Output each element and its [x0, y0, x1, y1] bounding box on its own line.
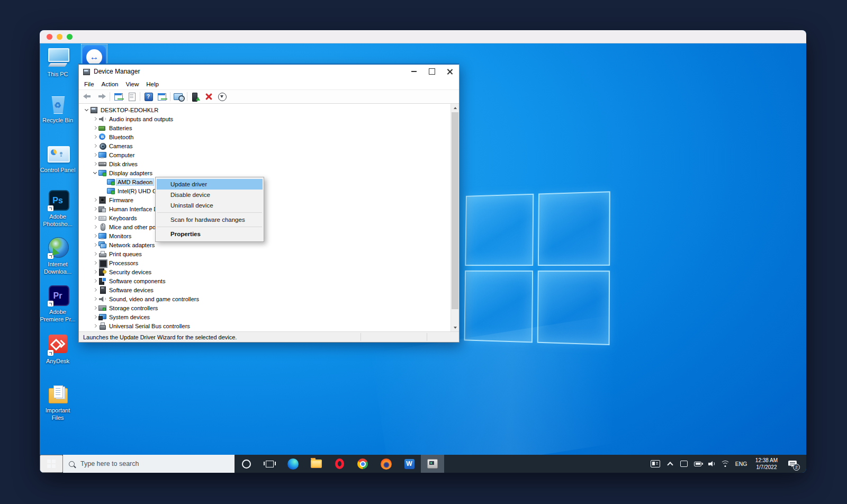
tree-expander-collapsed-icon[interactable] [92, 132, 98, 141]
tree-expander-collapsed-icon[interactable] [92, 267, 98, 276]
tree-item-universal-serial-bus-controllers[interactable]: Universal Serial Bus controllers [79, 321, 450, 330]
taskbar-app-edge[interactable] [281, 455, 304, 473]
desktop-icon-control-panel[interactable]: Control Panel [41, 142, 75, 174]
toolbar-show-console-tree-button[interactable] [112, 91, 125, 103]
volume-button[interactable] [705, 455, 718, 473]
traffic-light-minimize[interactable] [57, 34, 62, 40]
desktop-icon-this-pc[interactable]: This PC [41, 47, 75, 78]
toolbar-properties-button[interactable] [125, 91, 138, 103]
scroll-up-icon[interactable] [451, 104, 459, 112]
tree-item-print-queues[interactable]: Print queues [79, 249, 450, 258]
tree-expander-collapsed-icon[interactable] [92, 249, 98, 258]
tree-item-batteries[interactable]: Batteries [79, 123, 450, 132]
show-hidden-icons-button[interactable] [663, 455, 677, 473]
tree-item-human-interface-devices[interactable]: Human Interface Devices [79, 204, 450, 213]
tree-expander-collapsed-icon[interactable] [92, 312, 98, 321]
tree-item-sound-video-and-game-controllers[interactable]: Sound, video and game controllers [79, 294, 450, 303]
tree-item-storage-controllers[interactable]: Storage controllers [79, 303, 450, 312]
tree-expander-collapsed-icon[interactable] [92, 114, 98, 123]
context-menu-item-disable-device[interactable]: Disable device [157, 190, 263, 200]
taskbar-app-firefox[interactable] [374, 455, 398, 473]
clock[interactable]: 12:38 AM 1/7/2022 [750, 455, 783, 473]
toolbar-uninstall-button[interactable] [202, 91, 215, 103]
menu-view[interactable]: View [122, 80, 143, 88]
tree-item-network-adapters[interactable]: Network adapters [79, 240, 450, 249]
taskbar-app-chrome[interactable] [351, 455, 374, 473]
tree-item-firmware[interactable]: Firmware [79, 195, 450, 204]
tree-item-desktop-edohklr[interactable]: DESKTOP-EDOHKLR [79, 105, 450, 114]
tree-expander-collapsed-icon[interactable] [92, 321, 98, 330]
menu-action[interactable]: Action [98, 80, 122, 88]
tree-item-monitors[interactable]: Monitors [79, 231, 450, 240]
search-input[interactable] [79, 460, 229, 468]
tree-item-mice-and-other-pointing-devices[interactable]: Mice and other pointing devices [79, 222, 450, 231]
taskbar-app-cortana[interactable] [235, 455, 258, 473]
toolbar-forward-button[interactable] [95, 91, 108, 103]
network-button[interactable] [718, 455, 732, 473]
tree-item-bluetooth[interactable]: BBluetooth [79, 132, 450, 141]
tree-expander-collapsed-icon[interactable] [92, 303, 98, 312]
tree-expander-collapsed-icon[interactable] [92, 141, 98, 150]
taskbar-app-opera[interactable] [328, 455, 351, 473]
tree-expander-collapsed-icon[interactable] [92, 258, 98, 267]
tree-expander-collapsed-icon[interactable] [92, 285, 98, 294]
tree-item-system-devices[interactable]: System devices [79, 312, 450, 321]
tree-expander-collapsed-icon[interactable] [92, 294, 98, 303]
tree-expander-collapsed-icon[interactable] [92, 195, 98, 204]
traffic-light-maximize[interactable] [67, 34, 73, 40]
desktop-icon-adobe-photoshop[interactable]: PsAdobePhotosho... [41, 189, 75, 228]
tree-item-intel-r-uhd-graphics[interactable]: Intel(R) UHD Graphics [79, 186, 450, 195]
traffic-light-close[interactable] [47, 34, 52, 40]
desktop-icon-important-files[interactable]: ImportantFiles [41, 383, 75, 422]
language-indicator[interactable]: ENG [732, 455, 750, 473]
tree-item-amd-radeon[interactable]: AMD Radeon [79, 177, 450, 186]
tree-item-cameras[interactable]: Cameras [79, 141, 450, 150]
tree-expander-collapsed-icon[interactable] [92, 204, 98, 213]
taskbar-app-word[interactable]: W [398, 455, 421, 473]
context-menu-item-properties[interactable]: Properties [157, 229, 263, 239]
tree-expander-expanded-icon[interactable] [92, 168, 98, 177]
window-title-bar[interactable]: Device Manager [79, 65, 459, 78]
context-menu-item-uninstall-device[interactable]: Uninstall device [157, 200, 263, 211]
toolbar-action-pane-button[interactable] [155, 91, 168, 103]
taskbar-app-task-view[interactable] [258, 455, 281, 473]
battery-button[interactable] [691, 455, 705, 473]
menu-help[interactable]: Help [142, 80, 163, 88]
maximize-button[interactable] [423, 65, 441, 78]
context-menu-item-update-driver[interactable]: Update driver [157, 179, 263, 190]
toolbar-disable-button[interactable] [215, 91, 229, 103]
tray-display-button[interactable] [677, 455, 691, 473]
desktop-icon-adobe-premiere[interactable]: PrAdobePremiere Pr... [41, 284, 75, 323]
start-button[interactable] [40, 455, 63, 473]
taskbar-app-file-explorer[interactable] [304, 455, 328, 473]
toolbar-help-button[interactable]: ? [142, 91, 155, 103]
desktop-icon-anydesk[interactable]: AnyDesk [41, 334, 75, 365]
tree-expander-collapsed-icon[interactable] [92, 222, 98, 231]
toolbar-scan-hardware-button[interactable] [172, 91, 185, 103]
tree-expander-collapsed-icon[interactable] [92, 213, 98, 222]
tree-item-processors[interactable]: Processors [79, 258, 450, 267]
toolbar-back-button[interactable] [82, 91, 95, 103]
tree-expander-collapsed-icon[interactable] [92, 240, 98, 249]
desktop-icon-internet-download-manager[interactable]: InternetDownloa... [41, 237, 75, 276]
tree-expander-collapsed-icon[interactable] [92, 276, 98, 285]
taskbar-app-device-manager[interactable] [421, 455, 444, 473]
context-menu-item-scan-for-hardware-changes[interactable]: Scan for hardware changes [157, 214, 263, 225]
scrollbar-thumb[interactable] [452, 112, 458, 309]
scroll-down-icon[interactable] [451, 323, 459, 331]
tree-expander-collapsed-icon[interactable] [92, 123, 98, 132]
tree-item-audio-inputs-and-outputs[interactable]: Audio inputs and outputs [79, 114, 450, 123]
tree-item-keyboards[interactable]: Keyboards [79, 213, 450, 222]
minimize-button[interactable] [405, 65, 423, 78]
tree-item-display-adapters[interactable]: Display adapters [79, 168, 450, 177]
tree-item-disk-drives[interactable]: Disk drives [79, 159, 450, 168]
toolbar-update-driver-button[interactable] [189, 91, 202, 103]
close-button[interactable] [441, 65, 459, 78]
desktop-icon-recycle-bin[interactable]: ♻Recycle Bin [41, 93, 75, 124]
tree-expander-collapsed-icon[interactable] [92, 150, 98, 159]
tree-item-computer[interactable]: Computer [79, 150, 450, 159]
taskbar-search[interactable] [63, 455, 235, 473]
tree-expander-expanded-icon[interactable] [83, 105, 90, 114]
tree-expander-collapsed-icon[interactable] [92, 231, 98, 240]
action-center-button[interactable]: 2 [783, 455, 802, 473]
